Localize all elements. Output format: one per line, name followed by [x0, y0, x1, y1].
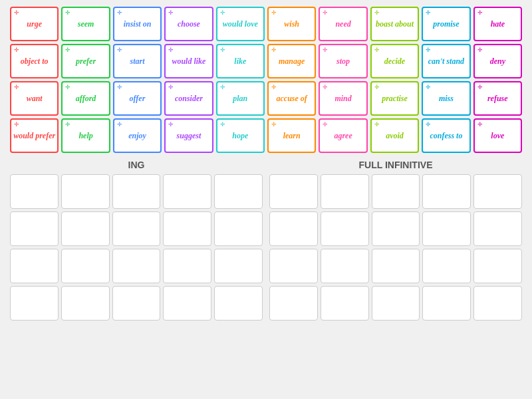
drop-cell[interactable] — [473, 286, 522, 321]
drop-cell[interactable] — [422, 249, 471, 283]
drop-cell[interactable] — [10, 249, 59, 283]
word-card[interactable]: ✛consider — [164, 81, 213, 116]
word-text: urge — [27, 19, 42, 29]
drop-cell[interactable] — [112, 174, 161, 209]
drop-cell[interactable] — [473, 249, 522, 283]
drop-cell[interactable] — [163, 211, 211, 246]
plus-icon: ✛ — [271, 84, 277, 90]
word-card[interactable]: ✛enjoy — [113, 118, 162, 153]
drop-cell[interactable] — [10, 286, 59, 321]
word-card[interactable]: ✛would love — [216, 7, 265, 41]
word-card[interactable]: ✛afford — [61, 81, 110, 116]
word-card[interactable]: ✛miss — [422, 81, 470, 116]
word-card[interactable]: ✛want — [10, 81, 59, 116]
word-card[interactable]: ✛wish — [267, 7, 316, 41]
word-card[interactable]: ✛hope — [216, 118, 265, 153]
drop-cell[interactable] — [269, 174, 318, 209]
word-card[interactable]: ✛seem — [61, 7, 110, 41]
drop-cell[interactable] — [10, 174, 59, 209]
drop-cell[interactable] — [61, 286, 110, 321]
word-card[interactable]: ✛decide — [370, 44, 419, 78]
word-card[interactable]: ✛would prefer — [10, 118, 59, 153]
word-card[interactable]: ✛need — [319, 7, 367, 41]
word-card[interactable]: ✛prefer — [61, 44, 110, 78]
word-text: practise — [382, 94, 408, 104]
word-card[interactable]: ✛stop — [319, 44, 367, 78]
word-grid: ✛urge✛seem✛insist on✛choose✛would love✛w… — [10, 7, 522, 153]
drop-cell[interactable] — [321, 286, 369, 321]
word-card[interactable]: ✛like — [216, 44, 265, 78]
word-card[interactable]: ✛suggest — [164, 118, 213, 153]
word-card[interactable]: ✛confess to — [422, 118, 470, 153]
word-card[interactable]: ✛would like — [164, 44, 213, 78]
drop-cell[interactable] — [163, 174, 211, 209]
drop-cell[interactable] — [61, 211, 110, 246]
drop-cell[interactable] — [163, 249, 211, 283]
drop-cell[interactable] — [321, 174, 369, 209]
plus-icon: ✛ — [426, 9, 431, 16]
word-card[interactable]: ✛mind — [319, 81, 367, 116]
word-card[interactable]: ✛help — [61, 118, 110, 153]
drop-cell[interactable] — [214, 211, 263, 246]
drop-cell[interactable] — [61, 174, 110, 209]
drop-cell[interactable] — [214, 286, 263, 321]
plus-icon: ✛ — [477, 9, 483, 16]
word-card[interactable]: ✛accuse of — [267, 81, 316, 116]
drop-cell[interactable] — [422, 174, 471, 209]
drop-cell[interactable] — [473, 211, 522, 246]
plus-icon: ✛ — [220, 9, 225, 16]
drop-cell[interactable] — [214, 249, 263, 283]
word-card[interactable]: ✛start — [113, 44, 162, 78]
ing-drop-zone: ING — [10, 160, 263, 321]
drop-cell[interactable] — [372, 286, 420, 321]
plus-icon: ✛ — [220, 121, 225, 128]
drop-cell[interactable] — [372, 211, 420, 246]
plus-icon: ✛ — [374, 47, 380, 53]
drop-cell[interactable] — [163, 286, 211, 321]
drop-cell[interactable] — [321, 249, 369, 283]
drop-cell[interactable] — [473, 174, 522, 209]
drop-cell[interactable] — [112, 211, 161, 246]
word-card[interactable]: ✛offer — [113, 81, 162, 116]
word-card[interactable]: ✛love — [473, 118, 522, 153]
word-card[interactable]: ✛deny — [473, 44, 522, 78]
drop-cell[interactable] — [61, 249, 110, 283]
word-card[interactable]: ✛learn — [267, 118, 316, 153]
drop-cell[interactable] — [422, 286, 471, 321]
plus-icon: ✛ — [117, 121, 122, 128]
word-card[interactable]: ✛choose — [164, 7, 213, 41]
word-card[interactable]: ✛can't stand — [422, 44, 470, 78]
plus-icon: ✛ — [117, 47, 122, 53]
word-card[interactable]: ✛object to — [10, 44, 59, 78]
word-text: boast about — [376, 19, 414, 29]
word-card[interactable]: ✛hate — [473, 7, 522, 41]
drop-cell[interactable] — [422, 211, 471, 246]
word-card[interactable]: ✛practise — [370, 81, 419, 116]
word-card[interactable]: ✛agree — [319, 118, 367, 153]
word-text: promise — [433, 19, 459, 29]
word-card[interactable]: ✛urge — [10, 7, 59, 41]
drop-cell[interactable] — [321, 211, 369, 246]
drop-cell[interactable] — [269, 249, 318, 283]
drop-cell[interactable] — [112, 286, 161, 321]
word-card[interactable]: ✛refuse — [473, 81, 522, 116]
drop-cell[interactable] — [269, 211, 318, 246]
drop-cell[interactable] — [214, 174, 263, 209]
drop-cell[interactable] — [112, 249, 161, 283]
word-card[interactable]: ✛manage — [267, 44, 316, 78]
drop-cell[interactable] — [10, 211, 59, 246]
word-text: prefer — [76, 57, 96, 66]
word-card[interactable]: ✛promise — [422, 7, 470, 41]
word-card[interactable]: ✛boast about — [370, 7, 419, 41]
plus-icon: ✛ — [14, 84, 19, 90]
word-card[interactable]: ✛plan — [216, 81, 265, 116]
word-card[interactable]: ✛avoid — [370, 118, 419, 153]
drop-cell[interactable] — [372, 249, 420, 283]
drop-cell[interactable] — [269, 286, 318, 321]
drop-cell[interactable] — [372, 174, 420, 209]
word-text: seem — [78, 19, 94, 29]
plus-icon: ✛ — [374, 121, 380, 128]
word-text: choose — [178, 19, 200, 29]
plus-icon: ✛ — [14, 47, 19, 53]
word-card[interactable]: ✛insist on — [113, 7, 162, 41]
